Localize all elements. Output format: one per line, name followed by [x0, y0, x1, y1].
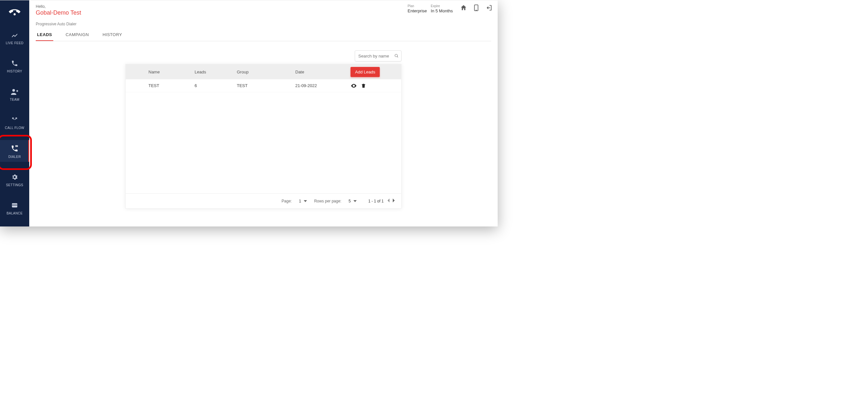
view-button[interactable]	[350, 83, 357, 89]
sidebar-item-dialer[interactable]: SIP DIALER	[0, 140, 29, 162]
plan-value: Enterprise	[408, 8, 427, 13]
expire-label: Expire	[431, 4, 440, 8]
tabs: LEADS CAMPAIGN HISTORY	[36, 30, 491, 41]
chevron-left-icon	[387, 199, 390, 202]
col-group: Group	[233, 69, 291, 75]
svg-line-9	[397, 57, 398, 58]
cell-leads: 6	[191, 83, 233, 88]
page-value: 1	[299, 199, 301, 203]
svg-point-10	[353, 85, 354, 86]
app-frame: LIVE FEED HISTORY TEAM CALL FLOW SIP DIA…	[0, 0, 498, 227]
add-leads-button[interactable]: Add Leads	[350, 67, 380, 77]
search-icon	[394, 53, 399, 58]
sidebar: LIVE FEED HISTORY TEAM CALL FLOW SIP DIA…	[0, 0, 29, 227]
sidebar-item-label: LIVE FEED	[6, 41, 24, 45]
svg-text:SIP: SIP	[16, 146, 18, 147]
plan-label: Plan	[408, 4, 414, 8]
home-button[interactable]	[460, 4, 467, 11]
header-actions	[460, 4, 493, 11]
expire-value: In 5 Months	[431, 8, 453, 13]
sidebar-item-team[interactable]: TEAM	[0, 84, 29, 105]
breadcrumb: Progressive Auto Dialer	[36, 22, 491, 26]
rows-value: 5	[348, 199, 351, 203]
header: Hello, Gobal-Demo Test Plan Enterprise E…	[29, 0, 498, 19]
eye-icon	[350, 83, 357, 89]
chevron-down-icon	[353, 200, 357, 202]
next-page-button[interactable]	[393, 199, 395, 203]
call-split-icon	[11, 116, 18, 123]
tab-history[interactable]: HISTORY	[101, 30, 123, 41]
rows-label: Rows per page:	[314, 199, 341, 203]
app-logo	[0, 4, 29, 20]
svg-rect-5	[12, 205, 18, 205]
cell-group: TEST	[233, 83, 291, 88]
table-footer: Page: 1 Rows per page: 5 1 - 1 of 1	[126, 193, 401, 208]
expire-col: Expire In 5 Months	[431, 4, 453, 13]
search-input[interactable]	[358, 54, 393, 58]
svg-point-1	[12, 89, 15, 92]
content: Name Leads Group Date Add Leads TEST 6 T…	[29, 41, 498, 227]
greeting: Hello, Gobal-Demo Test	[36, 4, 81, 16]
plan-info: Plan Enterprise Expire In 5 Months	[408, 4, 453, 13]
mobile-button[interactable]	[474, 4, 479, 11]
svg-point-8	[395, 54, 397, 57]
smartphone-icon	[474, 4, 479, 11]
credit-card-icon	[11, 202, 18, 209]
sidebar-item-label: TEAM	[10, 98, 19, 101]
hello-text: Hello,	[36, 4, 81, 9]
page-select[interactable]: 1	[299, 199, 307, 203]
sidebar-item-label: SETTINGS	[6, 183, 23, 187]
delete-button[interactable]	[361, 83, 366, 89]
trash-icon	[361, 83, 366, 89]
sidebar-item-balance[interactable]: BALANCE	[0, 197, 29, 218]
logout-icon	[485, 4, 493, 11]
prev-page-button[interactable]	[387, 199, 390, 203]
col-leads: Leads	[191, 69, 233, 75]
username: Gobal-Demo Test	[36, 9, 81, 16]
logout-button[interactable]	[485, 4, 493, 11]
rows-select[interactable]: 5	[348, 199, 357, 203]
chevron-right-icon	[393, 199, 395, 202]
sub-header: Progressive Auto Dialer LEADS CAMPAIGN H…	[29, 19, 498, 41]
sidebar-item-label: DIALER	[8, 155, 21, 158]
leads-panel: Name Leads Group Date Add Leads TEST 6 T…	[125, 50, 402, 209]
chart-line-icon	[11, 31, 18, 39]
search-box[interactable]	[355, 50, 402, 61]
sidebar-item-label: CALL FLOW	[5, 126, 24, 130]
col-actions: Add Leads	[347, 67, 402, 77]
phone-hangup-icon	[8, 7, 21, 16]
gear-icon	[11, 174, 18, 181]
cell-actions	[347, 83, 402, 89]
table-header: Name Leads Group Date Add Leads	[126, 64, 401, 79]
sip-phone-icon: SIP	[11, 145, 19, 152]
leads-table: Name Leads Group Date Add Leads TEST 6 T…	[125, 64, 402, 209]
search-row	[125, 50, 402, 61]
phone-icon	[11, 60, 18, 67]
tab-campaign[interactable]: CAMPAIGN	[64, 30, 90, 41]
sidebar-item-history[interactable]: HISTORY	[0, 55, 29, 76]
sidebar-item-label: HISTORY	[7, 69, 23, 73]
svg-point-0	[13, 13, 16, 15]
chevron-down-icon	[304, 200, 307, 202]
tab-leads[interactable]: LEADS	[36, 30, 53, 41]
page-label: Page:	[282, 199, 292, 203]
plan-col: Plan Enterprise	[408, 4, 427, 13]
home-icon	[460, 4, 467, 11]
col-name: Name	[126, 69, 191, 75]
table-body: TEST 6 TEST 21-09-2022	[126, 79, 401, 193]
person-add-icon	[11, 88, 19, 95]
cell-name: TEST	[126, 83, 191, 88]
sidebar-item-live-feed[interactable]: LIVE FEED	[0, 27, 29, 48]
page-range: 1 - 1 of 1	[368, 199, 384, 203]
pager: 1 - 1 of 1	[368, 199, 395, 203]
sidebar-item-call-flow[interactable]: CALL FLOW	[0, 112, 29, 133]
table-row: TEST 6 TEST 21-09-2022	[126, 79, 401, 92]
sidebar-item-label: BALANCE	[6, 211, 23, 215]
sidebar-item-settings[interactable]: SETTINGS	[0, 169, 29, 190]
col-date: Date	[291, 69, 347, 75]
cell-date: 21-09-2022	[291, 83, 347, 88]
main-area: Hello, Gobal-Demo Test Plan Enterprise E…	[29, 0, 498, 227]
